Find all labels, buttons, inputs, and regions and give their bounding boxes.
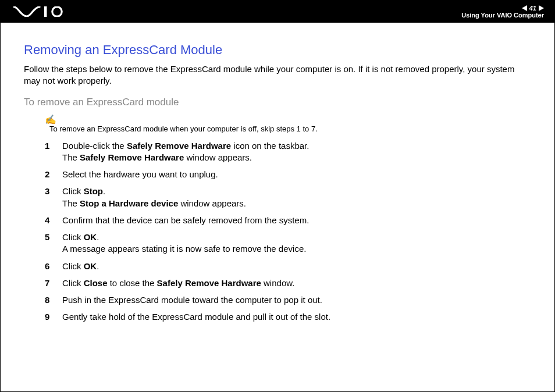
step-body: Click Close to close the Safely Remove H… [62, 277, 531, 289]
svg-rect-0 [44, 6, 47, 17]
step-number: 4 [45, 215, 62, 226]
step-body: Click OK. [62, 261, 531, 272]
step-item: 4 Confirm that the device can be safely … [45, 215, 531, 226]
next-page-icon[interactable] [539, 5, 544, 11]
step-body: Confirm that the device can be safely re… [62, 215, 531, 226]
step-body: Select the hardware you want to unplug. [62, 169, 531, 180]
step-number: 2 [45, 169, 62, 180]
step-number: 3 [45, 186, 62, 197]
page-nav: 41 [522, 5, 544, 12]
step-number: 6 [45, 261, 62, 272]
intro-paragraph: Follow the steps below to remove the Exp… [24, 63, 531, 87]
step-item: 8 Push in the ExpressCard module toward … [45, 294, 531, 306]
step-number: 1 [45, 140, 62, 152]
step-number: 5 [45, 231, 62, 243]
step-number: 7 [45, 277, 62, 289]
page-heading: Removing an ExpressCard Module [24, 42, 531, 58]
header-right: 41 Using Your VAIO Computer [461, 1, 544, 23]
sub-heading: To remove an ExpressCard module [24, 97, 531, 108]
step-number: 8 [45, 294, 62, 306]
step-item: 7 Click Close to close the Safely Remove… [45, 277, 531, 289]
step-item: 1 Double-click the Safely Remove Hardwar… [45, 140, 531, 164]
page-content: Removing an ExpressCard Module Follow th… [1, 23, 554, 323]
step-item: 9 Gently take hold of the ExpressCard mo… [45, 311, 531, 323]
svg-point-1 [52, 7, 62, 16]
step-item: 2 Select the hardware you want to unplug… [45, 169, 531, 180]
step-item: 3 Click Stop. The Stop a Hardware device… [45, 186, 531, 209]
header-bar: 41 Using Your VAIO Computer [1, 1, 554, 23]
step-item: 6 Click OK. [45, 261, 531, 272]
page-number: 41 [529, 5, 536, 12]
note-row: ✍ To remove an ExpressCard module when y… [45, 116, 531, 133]
steps-list: 1 Double-click the Safely Remove Hardwar… [45, 140, 531, 323]
note-icon: ✍ [45, 115, 56, 124]
note-text: To remove an ExpressCard module when you… [49, 124, 318, 133]
step-body: Gently take hold of the ExpressCard modu… [62, 311, 531, 323]
step-number: 9 [45, 311, 62, 323]
prev-page-icon[interactable] [522, 5, 527, 11]
step-item: 5 Click OK. A message appears stating it… [45, 231, 531, 255]
section-name: Using Your VAIO Computer [461, 12, 544, 19]
step-body: Push in the ExpressCard module toward th… [62, 294, 531, 306]
vaio-logo [13, 6, 67, 17]
step-body: Click OK. A message appears stating it i… [62, 231, 531, 255]
step-body: Click Stop. The Stop a Hardware device w… [62, 186, 531, 209]
step-body: Double-click the Safely Remove Hardware … [62, 140, 531, 164]
